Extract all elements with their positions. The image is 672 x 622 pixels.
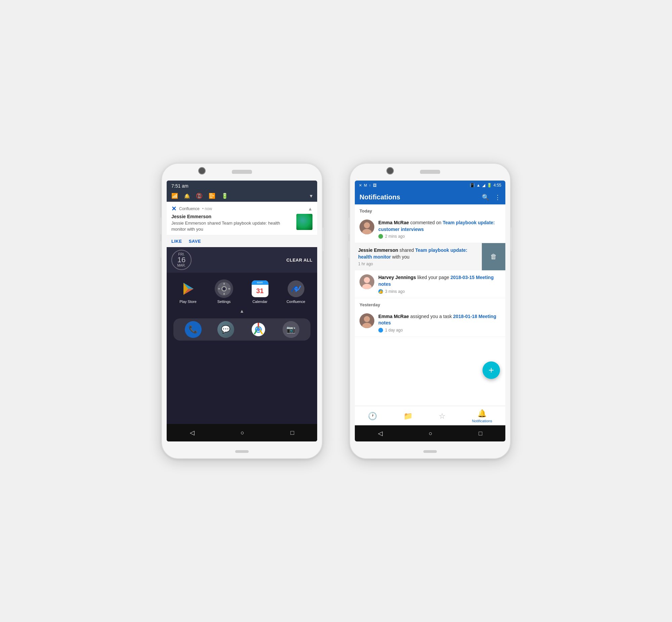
home-button-phone1[interactable]: ○ bbox=[240, 429, 244, 437]
date-month: MAR. bbox=[177, 264, 186, 267]
svg-point-21 bbox=[364, 277, 370, 283]
today-header: Today bbox=[355, 204, 505, 215]
expand-icon[interactable]: ▾ bbox=[310, 193, 312, 199]
status-dot-green bbox=[378, 234, 383, 239]
nav-recent[interactable]: 🕐 bbox=[368, 412, 377, 421]
status-bar-phone1: 7:51 am bbox=[167, 180, 317, 191]
calendar-header: MAR bbox=[252, 280, 268, 285]
svg-rect-8 bbox=[218, 288, 220, 289]
notif-meta-jessie: 1 hr ago bbox=[358, 262, 481, 266]
clear-all-button[interactable]: CLEAR ALL bbox=[286, 257, 312, 263]
avatar-emma-1 bbox=[360, 219, 374, 234]
camera-phone1 bbox=[198, 167, 206, 174]
emma2-name: Emma McRae bbox=[378, 314, 409, 319]
more-options-button[interactable]: ⋮ bbox=[495, 194, 501, 201]
app-calendar[interactable]: MAR 31 Calendar bbox=[247, 279, 273, 304]
phone-2: ✕ M ↑ 🖼 📳 ▲ ◢ 🔋 4:55 Notificat bbox=[349, 163, 511, 459]
notif-item-emma-1[interactable]: Emma McRae commented on Team playbook up… bbox=[355, 215, 505, 243]
avatar-emma-2 bbox=[360, 313, 374, 328]
battery-icon-2: 🔋 bbox=[487, 183, 492, 187]
home-button-phone2[interactable]: ○ bbox=[429, 430, 433, 437]
bottom-nav: 🕐 📁 ☆ 🔔 Notifications bbox=[355, 406, 505, 425]
like-button[interactable]: LIKE bbox=[171, 239, 182, 244]
phone2-screen: ✕ M ↑ 🖼 📳 ▲ ◢ 🔋 4:55 Notificat bbox=[355, 180, 505, 442]
save-button[interactable]: SAVE bbox=[189, 239, 201, 244]
delete-action[interactable]: 🗑 bbox=[482, 243, 505, 270]
calendar-label: Calendar bbox=[252, 300, 267, 304]
notif-item-harvey[interactable]: Harvey Jennings liked your page 2018-03-… bbox=[355, 270, 505, 298]
dock-row: 📞 💬 bbox=[173, 318, 310, 341]
no-signal2-icon: 📴 bbox=[209, 193, 215, 199]
recent-icon: 🕐 bbox=[368, 412, 377, 421]
app-toolbar: Notifications 🔍 ⋮ bbox=[355, 190, 505, 204]
back-button-phone2[interactable]: ◁ bbox=[378, 430, 383, 437]
notif-item-emma-2[interactable]: Emma McRae assigned you a task 2018-01-1… bbox=[355, 309, 505, 337]
nav-starred[interactable]: ☆ bbox=[439, 412, 446, 421]
vol-up-button-2 bbox=[348, 217, 350, 234]
vol-up-button bbox=[160, 217, 162, 234]
no-signal1-icon: 📵 bbox=[196, 193, 202, 199]
time-emma-1: 2 mins ago bbox=[385, 234, 405, 239]
confluence-icon bbox=[287, 279, 305, 298]
notif-description: Jessie Emmerson shared Team playbook upd… bbox=[171, 220, 292, 232]
date-clear-section: FRI. 16 MAR. CLEAR ALL bbox=[167, 247, 317, 273]
app-play-store[interactable]: Play Store bbox=[175, 279, 201, 304]
avatar-globe-image bbox=[296, 214, 312, 230]
notif-expand-icon[interactable]: ▲ bbox=[308, 206, 312, 211]
settings-label: Settings bbox=[217, 300, 231, 304]
calendar-day: 31 bbox=[252, 285, 268, 297]
recents-button-phone2[interactable]: □ bbox=[479, 430, 482, 437]
play-store-svg bbox=[181, 281, 195, 296]
dock-chrome[interactable] bbox=[250, 321, 267, 338]
nav-notifications[interactable]: 🔔 Notifications bbox=[472, 409, 492, 423]
speaker-phone2 bbox=[420, 171, 440, 174]
play-store-label: Play Store bbox=[179, 300, 196, 304]
svg-rect-6 bbox=[223, 283, 225, 285]
status-icons-row: 📶 🔔 📵 📴 🔋 ▾ bbox=[167, 191, 317, 202]
avatar-harvey bbox=[360, 274, 374, 289]
usb-port-2 bbox=[423, 450, 437, 453]
recents-button-phone1[interactable]: □ bbox=[290, 429, 294, 437]
notif-actions: LIKE SAVE bbox=[167, 235, 317, 247]
confluence-status-icon: ✕ bbox=[359, 183, 362, 187]
status-dot-blue-harvey: 👍 bbox=[378, 289, 383, 294]
power-button bbox=[322, 228, 324, 251]
dock-camera[interactable]: 📷 bbox=[283, 321, 299, 338]
notif-text-jessie: Jessie Emmerson shared Team playbook upd… bbox=[358, 247, 481, 260]
app-row-1: Play Store bbox=[170, 279, 314, 304]
toolbar-title: Notifications bbox=[360, 193, 400, 201]
usb-port bbox=[235, 450, 249, 453]
speaker-phone1 bbox=[232, 171, 252, 174]
notif-meta-harvey: 👍 3 mins ago bbox=[378, 289, 501, 294]
app-grid: Play Store bbox=[167, 273, 317, 424]
phone-1: 7:51 am 📶 🔔 📵 📴 🔋 ▾ ✕ Confluence bbox=[161, 163, 323, 459]
dock-messages[interactable]: 💬 bbox=[217, 321, 234, 338]
search-button[interactable]: 🔍 bbox=[482, 194, 489, 201]
notif-header: ✕ Confluence • now ▲ bbox=[167, 202, 317, 214]
silent-icon: 🔔 bbox=[184, 193, 190, 199]
power-button-2 bbox=[510, 228, 512, 251]
emma2-avatar-svg bbox=[360, 313, 374, 328]
fab-add-button[interactable]: + bbox=[483, 361, 500, 379]
wifi-icon-2: ▲ bbox=[477, 183, 481, 187]
time-harvey: 3 mins ago bbox=[385, 289, 405, 294]
notif-time: • now bbox=[202, 206, 212, 211]
nav-spaces[interactable]: 📁 bbox=[404, 412, 413, 421]
image-status-icon: 🖼 bbox=[373, 183, 377, 187]
notif-item-jessie-swiped[interactable]: Jessie Emmerson shared Team playbook upd… bbox=[355, 243, 505, 270]
phone1-screen: 7:51 am 📶 🔔 📵 📴 🔋 ▾ ✕ Confluence bbox=[167, 180, 317, 442]
toolbar-actions: 🔍 ⋮ bbox=[482, 194, 501, 201]
back-button-phone1[interactable]: ◁ bbox=[190, 429, 194, 437]
notifications-list: Today Emma McRae commented bbox=[355, 204, 505, 406]
yesterday-header: Yesterday bbox=[355, 298, 505, 309]
notif-content-emma-2: Emma McRae assigned you a task 2018-01-1… bbox=[378, 313, 501, 333]
dock-phone[interactable]: 📞 bbox=[185, 321, 201, 338]
time-emma-2: 1 day ago bbox=[385, 328, 403, 333]
status-right-icons: 📳 ▲ ◢ 🔋 4:55 bbox=[470, 183, 501, 187]
confluence-label: Confluence bbox=[287, 300, 305, 304]
app-settings[interactable]: Settings bbox=[211, 279, 237, 304]
app-confluence[interactable]: Confluence bbox=[283, 279, 309, 304]
settings-icon bbox=[215, 279, 233, 298]
svg-rect-9 bbox=[228, 288, 230, 289]
vol-down-button-2 bbox=[348, 241, 350, 258]
